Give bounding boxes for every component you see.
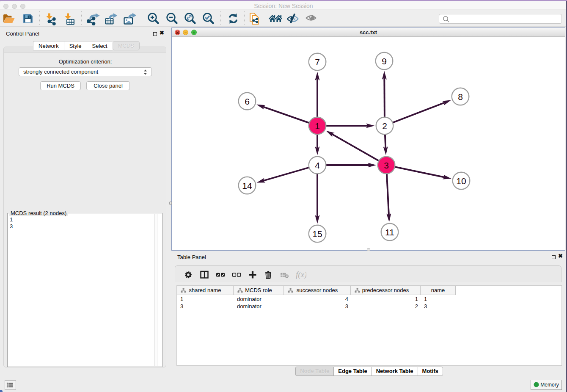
svg-text:10: 10 xyxy=(456,176,466,186)
svg-text:14: 14 xyxy=(242,181,252,190)
svg-text:2: 2 xyxy=(382,121,387,131)
svg-text:3: 3 xyxy=(384,160,389,170)
svg-text:4: 4 xyxy=(315,160,320,170)
svg-text:8: 8 xyxy=(458,92,463,102)
svg-text:7: 7 xyxy=(315,57,320,67)
svg-text:f(x): f(x) xyxy=(296,270,306,279)
svg-text:6: 6 xyxy=(245,97,250,106)
svg-text:9: 9 xyxy=(382,56,387,66)
svg-text:1: 1 xyxy=(315,121,320,131)
svg-text:15: 15 xyxy=(312,229,322,239)
svg-text:11: 11 xyxy=(385,227,394,237)
